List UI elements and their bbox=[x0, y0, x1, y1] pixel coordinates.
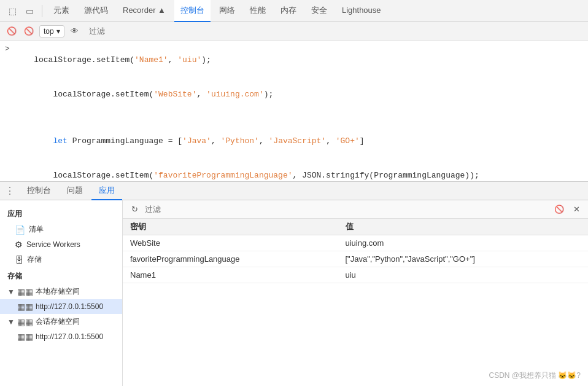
eye-icon[interactable]: 👁 bbox=[68, 25, 82, 38]
tab-elements[interactable]: 元素 bbox=[47, 0, 75, 22]
content-filter-input[interactable] bbox=[145, 205, 549, 214]
console-filter-input[interactable] bbox=[85, 25, 583, 37]
app-panel: 应用 📄 清单 ⚙ Service Workers 🗄 存储 存储 ▼ ▦▦ 本… bbox=[0, 200, 588, 386]
sidebar-item-manifest[interactable]: 📄 清单 bbox=[0, 222, 122, 237]
app-sidebar: 应用 📄 清单 ⚙ Service Workers 🗄 存储 存储 ▼ ▦▦ 本… bbox=[0, 200, 123, 386]
tab-console-bottom[interactable]: 控制台 bbox=[20, 182, 58, 200]
drag-handle-icon: ⋮ bbox=[5, 185, 15, 197]
console-line: let ProgrammingLanguage = ['Java', 'Pyth… bbox=[0, 124, 588, 159]
console-line: localStorage.setItem('WebSite', 'uiuing.… bbox=[0, 77, 588, 112]
block-icon2[interactable]: 🚫 bbox=[552, 203, 566, 216]
cell-value: uiu bbox=[338, 267, 589, 283]
cell-key: favoriteProgrammingLanguage bbox=[123, 251, 338, 267]
code-string: 'Name1' bbox=[134, 55, 168, 65]
expand-arrow-icon: ▼ bbox=[7, 288, 15, 296]
inspect-icon[interactable]: ⬚ bbox=[5, 4, 20, 18]
content-toolbar: ↻ 🚫 ✕ bbox=[123, 200, 588, 219]
tab-issues[interactable]: 问题 bbox=[60, 182, 90, 200]
expand-arrow-icon2: ▼ bbox=[7, 318, 15, 326]
sidebar-section-app: 应用 bbox=[0, 205, 122, 222]
grid-small-icon2: ▦▦ bbox=[17, 332, 33, 342]
table-row[interactable]: WebSiteuiuing.com bbox=[123, 235, 588, 251]
table-row[interactable]: Name1uiu bbox=[123, 267, 588, 283]
clear-console-button[interactable]: 🚫 bbox=[5, 25, 18, 38]
grid-icon2: ▦▦ bbox=[17, 317, 33, 327]
sidebar-section-storage: 存储 bbox=[0, 267, 122, 284]
sidebar-item-service-workers[interactable]: ⚙ Service Workers bbox=[0, 237, 122, 252]
context-label: top bbox=[44, 27, 54, 36]
col-value: 值 bbox=[338, 219, 589, 235]
tab-application[interactable]: 应用 bbox=[91, 182, 122, 200]
refresh-icon[interactable]: ↻ bbox=[128, 203, 141, 216]
content-table: 密钥 值 WebSiteuiuing.comfavoriteProgrammin… bbox=[123, 219, 588, 386]
cell-value: uiuing.com bbox=[338, 235, 589, 251]
code-text: localStorage.setItem( bbox=[34, 55, 134, 65]
close-icon[interactable]: ✕ bbox=[570, 203, 583, 216]
top-nav: ⬚ ▭ 元素 源代码 Recorder ▲ 控制台 网络 性能 内存 安全 Li… bbox=[0, 0, 588, 22]
sidebar-item-storage[interactable]: 🗄 存储 bbox=[0, 252, 122, 267]
col-key: 密钥 bbox=[123, 219, 338, 235]
tab-recorder[interactable]: Recorder ▲ bbox=[117, 0, 172, 22]
tab-console[interactable]: 控制台 bbox=[174, 0, 211, 22]
watermark: CSDN @我想养只猫 🐱🐱? bbox=[489, 370, 581, 381]
cell-value: ["Java","Python","JavaScript","GO+"] bbox=[338, 251, 589, 267]
tab-memory[interactable]: 内存 bbox=[274, 0, 303, 22]
console-line: localStorage.setItem('favoriteProgrammin… bbox=[0, 159, 588, 182]
block-icon[interactable]: 🚫 bbox=[22, 25, 36, 38]
tab-security[interactable]: 安全 bbox=[305, 0, 333, 22]
code-string: 'uiu' bbox=[177, 55, 201, 65]
tab-lighthouse[interactable]: Lighthouse bbox=[336, 0, 387, 22]
bottom-panel: ⋮ 控制台 问题 应用 应用 📄 清单 ⚙ Service Workers 🗄 … bbox=[0, 182, 588, 386]
sidebar-session-storage[interactable]: ▼ ▦▦ 会话存储空间 bbox=[0, 314, 122, 329]
cell-key: Name1 bbox=[123, 267, 338, 283]
sidebar-session-storage-origin[interactable]: ▦▦ http://127.0.0.1:5500 bbox=[0, 329, 122, 344]
device-icon[interactable]: ▭ bbox=[22, 4, 37, 18]
tab-performance[interactable]: 性能 bbox=[244, 0, 272, 22]
dropdown-arrow-icon: ▾ bbox=[56, 27, 60, 36]
context-selector[interactable]: top ▾ bbox=[39, 25, 64, 37]
console-area: localStorage.setItem('Name1', 'uiu'); lo… bbox=[0, 41, 588, 182]
storage-table: 密钥 值 WebSiteuiuing.comfavoriteProgrammin… bbox=[123, 219, 588, 283]
console-line-blank bbox=[0, 112, 588, 124]
grid-small-icon: ▦▦ bbox=[17, 302, 33, 312]
bottom-tabs: ⋮ 控制台 问题 应用 bbox=[0, 182, 588, 200]
nav-separator bbox=[42, 5, 42, 17]
console-toolbar: 🚫 🚫 top ▾ 👁 bbox=[0, 22, 588, 41]
cell-key: WebSite bbox=[123, 235, 338, 251]
service-workers-icon: ⚙ bbox=[15, 240, 23, 249]
sidebar-local-storage[interactable]: ▼ ▦▦ 本地存储空间 bbox=[0, 284, 122, 299]
table-row[interactable]: favoriteProgrammingLanguage["Java","Pyth… bbox=[123, 251, 588, 267]
storage-icon: 🗄 bbox=[15, 255, 23, 265]
app-content: ↻ 🚫 ✕ 密钥 值 WebSiteuiuing.comfavoriteProg… bbox=[123, 200, 588, 386]
grid-icon: ▦▦ bbox=[17, 287, 33, 297]
sidebar-local-storage-origin[interactable]: ▦▦ http://127.0.0.1:5500 bbox=[0, 299, 122, 314]
tab-source[interactable]: 源代码 bbox=[78, 0, 114, 22]
manifest-icon: 📄 bbox=[15, 225, 25, 235]
console-line: localStorage.setItem('Name1', 'uiu'); bbox=[0, 43, 588, 77]
tab-network[interactable]: 网络 bbox=[213, 0, 241, 22]
